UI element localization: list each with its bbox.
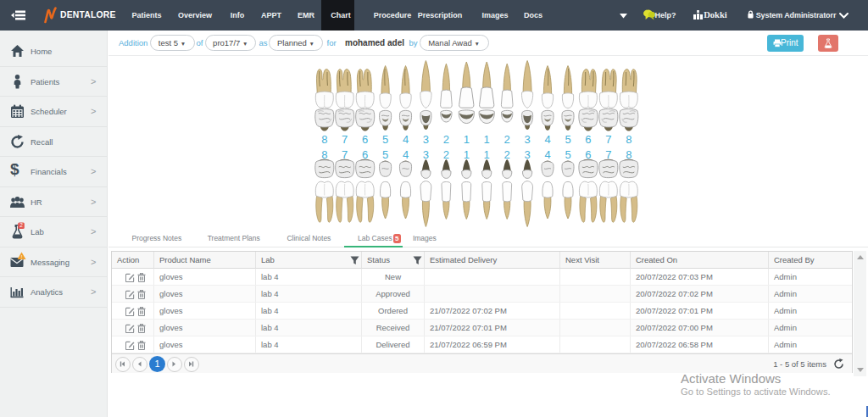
svg-text:2: 2 [19, 222, 23, 228]
svg-text:2: 2 [443, 148, 449, 161]
svg-text:6: 6 [585, 148, 591, 161]
svg-text:1: 1 [484, 133, 490, 146]
svg-text:1: 1 [464, 148, 470, 161]
svg-text:5: 5 [565, 133, 570, 146]
svg-text:8: 8 [321, 148, 327, 161]
svg-text:8: 8 [626, 133, 632, 146]
svg-text:4: 4 [544, 148, 550, 161]
svg-text:3: 3 [423, 133, 429, 146]
svg-text:6: 6 [362, 148, 368, 161]
svg-text:3: 3 [524, 148, 530, 161]
svg-text:7: 7 [342, 133, 348, 146]
svg-text:2: 2 [504, 148, 510, 161]
svg-text:1: 1 [484, 148, 490, 161]
svg-text:6: 6 [585, 133, 591, 146]
svg-text:4: 4 [544, 133, 550, 146]
svg-text:1: 1 [464, 133, 470, 146]
svg-text:4: 4 [403, 133, 409, 146]
svg-text:2: 2 [504, 133, 510, 146]
svg-text:2: 2 [443, 133, 449, 146]
svg-text:7: 7 [605, 148, 611, 161]
svg-text:5: 5 [382, 148, 388, 161]
svg-text:7: 7 [342, 148, 348, 161]
svg-text:6: 6 [362, 133, 368, 146]
svg-text:3: 3 [423, 148, 429, 161]
svg-text:3: 3 [524, 133, 530, 146]
svg-text:5: 5 [382, 133, 388, 146]
svg-text:5: 5 [565, 148, 570, 161]
svg-text:8: 8 [321, 133, 327, 146]
svg-text:8: 8 [626, 148, 632, 161]
svg-text:4: 4 [403, 148, 409, 161]
svg-text:7: 7 [605, 133, 611, 146]
